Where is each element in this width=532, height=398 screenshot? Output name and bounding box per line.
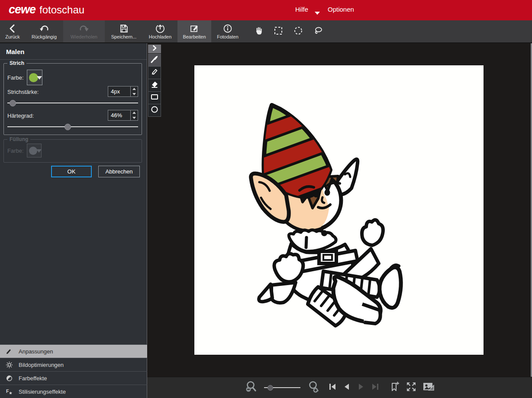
hand-icon: [253, 26, 264, 38]
fill-group-legend: Füllung: [7, 136, 30, 142]
save-button[interactable]: Speichern...: [105, 20, 143, 42]
previous-image-button[interactable]: [342, 382, 351, 393]
stroke-color-swatch[interactable]: [27, 70, 42, 85]
hardness-spinbox[interactable]: 46%: [108, 110, 138, 121]
save-icon: [119, 23, 129, 34]
fill-color-label: Farbe:: [7, 148, 24, 154]
ellipse-select-icon: [293, 26, 303, 38]
rectangle-icon: [150, 93, 159, 103]
section-color-effects[interactable]: Farbeffekte: [0, 371, 147, 385]
stroke-color-label: Farbe:: [7, 74, 24, 81]
stroke-width-down-icon[interactable]: [131, 92, 138, 97]
back-icon: [8, 23, 17, 34]
cancel-button[interactable]: Abbrechen: [98, 166, 140, 177]
back-button[interactable]: Zurück: [0, 20, 25, 42]
hardness-slider-handle[interactable]: [64, 124, 71, 130]
hardness-slider[interactable]: [7, 123, 138, 130]
zoom-slider-handle[interactable]: [268, 385, 273, 391]
zoom-in-button[interactable]: [307, 380, 320, 395]
logo-cewe: cewe: [9, 3, 35, 16]
fit-image-icon: [422, 382, 435, 394]
upload-icon: [155, 23, 165, 34]
fill-color-swatch: [27, 144, 42, 157]
ellipse-select-button[interactable]: [288, 20, 308, 42]
edit-button[interactable]: Bearbeiten: [177, 20, 211, 42]
stroke-width-label: Strichstärke:: [7, 89, 39, 95]
fit-image-button[interactable]: [422, 382, 435, 394]
stroke-group-legend: Strich: [7, 60, 26, 66]
rectangle-tool-button[interactable]: [148, 91, 161, 104]
next-image-button[interactable]: [357, 382, 365, 393]
last-image-button[interactable]: [371, 382, 380, 393]
panel-separator: [0, 59, 147, 60]
hardness-down-icon[interactable]: [131, 116, 138, 121]
next-image-icon: [357, 382, 365, 393]
zoom-in-icon: [307, 380, 320, 395]
section-adjustments[interactable]: Anpassungen: [0, 344, 147, 358]
brush-icon: [150, 55, 159, 65]
main-toolbar: Zurück Rückgängig Wiederholen Speichern.…: [0, 20, 532, 43]
rect-select-button[interactable]: [268, 20, 288, 42]
rect-select-icon: [273, 26, 284, 38]
stroke-width-spinbox[interactable]: 4px: [108, 86, 138, 97]
image-optimizations-icon: [5, 361, 13, 369]
zoom-slider[interactable]: [264, 384, 300, 391]
ok-button[interactable]: OK: [51, 166, 92, 177]
logo-product: fotoschau: [39, 4, 84, 16]
hardness-up-icon[interactable]: [131, 110, 138, 116]
stroke-color-caret-icon: [37, 76, 42, 80]
image-canvas[interactable]: [194, 65, 484, 355]
paint-panel: Malen Strich Farbe: Strichstärke: 4px Hä…: [0, 43, 147, 398]
pencil-tool-button[interactable]: [148, 66, 161, 79]
stroke-width-up-icon[interactable]: [131, 87, 138, 92]
stroke-width-slider-handle[interactable]: [10, 100, 16, 106]
last-image-icon: [371, 382, 380, 393]
add-bookmark-icon: [390, 381, 400, 394]
color-effects-icon: [5, 374, 13, 382]
edit-icon: [189, 23, 200, 34]
first-image-button[interactable]: [328, 382, 337, 393]
help-caret-icon[interactable]: [315, 12, 320, 15]
fill-color-caret-icon: [36, 149, 42, 153]
zoom-out-button[interactable]: [245, 380, 258, 395]
tool-strip: [148, 45, 161, 117]
redo-icon: [79, 23, 89, 34]
fullscreen-icon: [406, 381, 417, 394]
hardness-value[interactable]: 46%: [108, 110, 130, 120]
chevron-right-icon: [152, 45, 157, 53]
zoom-out-icon: [245, 380, 258, 395]
canvas-area: [147, 43, 532, 377]
ellipse-icon: [150, 105, 159, 116]
eraser-tool-button[interactable]: [148, 79, 161, 92]
info-icon: [222, 23, 233, 34]
app-logo: cewe fotoschau: [9, 3, 84, 16]
upload-button[interactable]: Hochladen: [143, 20, 177, 42]
titlebar: cewe fotoschau Hilfe Optionen: [0, 0, 532, 20]
fullscreen-button[interactable]: [406, 381, 417, 394]
stroke-width-slider[interactable]: [7, 100, 138, 106]
section-stylization-effects[interactable]: F Stilisierungseffekte: [0, 385, 147, 398]
help-menu[interactable]: Hilfe: [295, 6, 308, 13]
pencil-icon: [150, 67, 159, 78]
redo-button[interactable]: Wiederholen: [63, 20, 105, 42]
adjustments-icon: [5, 347, 13, 355]
section-image-optimizations[interactable]: Bildoptimierungen: [0, 358, 147, 371]
previous-image-icon: [342, 382, 351, 393]
collapse-panel-button[interactable]: [148, 45, 161, 53]
brush-tool-button[interactable]: [148, 54, 161, 67]
svg-text:F: F: [6, 388, 9, 394]
bottom-toolbar: [147, 377, 532, 398]
options-menu[interactable]: Optionen: [328, 6, 354, 13]
panel-title: Malen: [6, 48, 25, 55]
fill-group: Füllung Farbe:: [3, 139, 142, 163]
lasso-select-button[interactable]: [308, 20, 328, 42]
ellipse-tool-button[interactable]: [148, 104, 161, 117]
hand-tool-button[interactable]: [248, 20, 268, 42]
undo-button[interactable]: Rückgängig: [25, 20, 63, 42]
stroke-width-value[interactable]: 4px: [108, 87, 130, 96]
photodata-button[interactable]: Fotodaten: [211, 20, 244, 42]
undo-icon: [39, 23, 49, 34]
add-bookmark-button[interactable]: [390, 381, 400, 394]
elf-drawing: [194, 65, 484, 355]
eraser-icon: [150, 80, 159, 90]
